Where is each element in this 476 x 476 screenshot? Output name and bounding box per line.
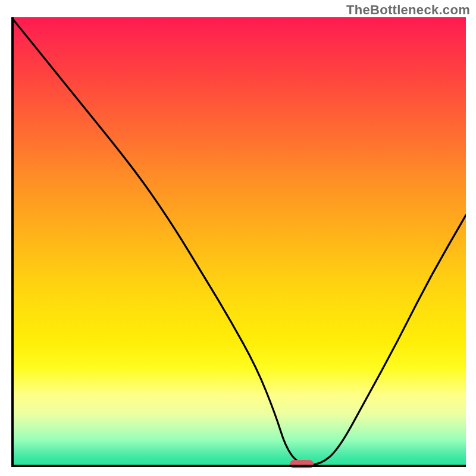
plot-area: [11, 17, 466, 467]
bottleneck-chart: TheBottleneck.com: [0, 0, 476, 476]
y-axis-line: [11, 17, 14, 467]
watermark-text: TheBottleneck.com: [346, 2, 470, 18]
x-axis-line: [11, 465, 466, 467]
curve-svg: [11, 17, 466, 467]
bottleneck-curve-path: [11, 17, 466, 465]
